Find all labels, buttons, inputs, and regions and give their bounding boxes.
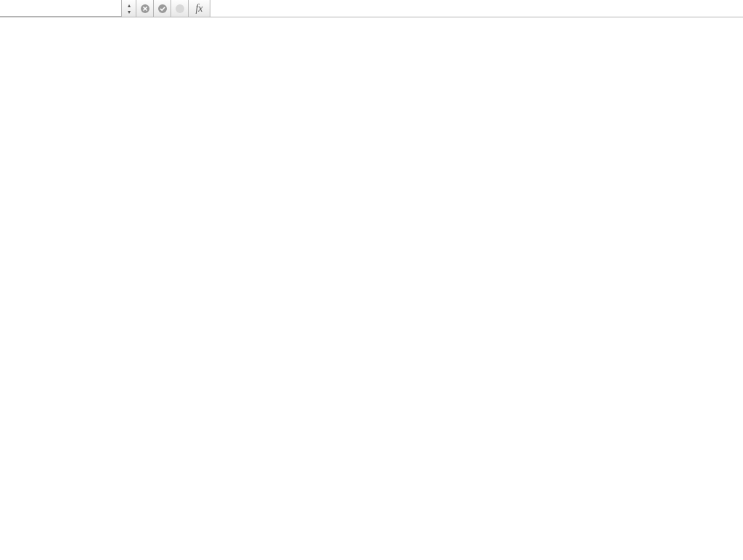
formula-input[interactable]: [210, 0, 743, 17]
confirm-button[interactable]: [154, 0, 171, 17]
name-box[interactable]: [0, 0, 122, 17]
cancel-button[interactable]: [136, 0, 154, 17]
fx-button[interactable]: fx: [189, 0, 210, 17]
check-icon: [157, 4, 168, 14]
formula-builder-icon: [175, 4, 185, 14]
formula-bar: ▴ ▾ fx: [0, 0, 743, 17]
fx-icon: fx: [195, 3, 202, 15]
svg-point-2: [176, 4, 184, 13]
svg-point-1: [158, 4, 167, 13]
formula-builder-button[interactable]: [171, 0, 189, 17]
stepper-down-icon: ▾: [128, 9, 131, 15]
cancel-icon: [140, 4, 150, 14]
stepper-up-icon: ▴: [128, 2, 131, 9]
name-box-stepper[interactable]: ▴ ▾: [122, 0, 136, 17]
